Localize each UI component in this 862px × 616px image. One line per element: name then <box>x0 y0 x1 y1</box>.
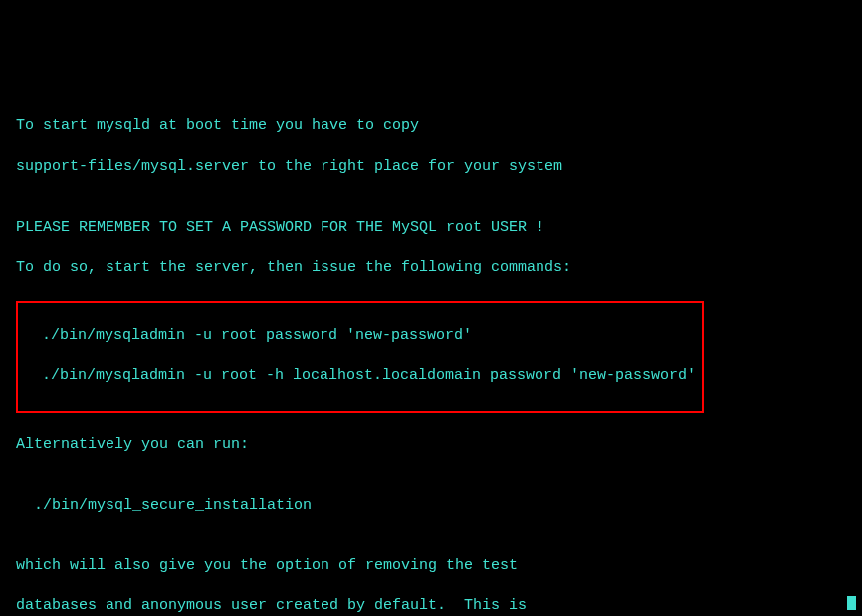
output-line: PLEASE REMEMBER TO SET A PASSWORD FOR TH… <box>16 218 846 238</box>
output-line: databases and anonymous user created by … <box>16 596 846 616</box>
highlighted-commands-box: ./bin/mysqladmin -u root password 'new-p… <box>16 301 704 413</box>
command-line: ./bin/mysqladmin -u root password 'new-p… <box>24 326 696 346</box>
terminal-output: To start mysqld at boot time you have to… <box>16 97 846 616</box>
output-line: support-files/mysql.server to the right … <box>16 157 846 177</box>
terminal-cursor <box>847 596 856 610</box>
output-line: which will also give you the option of r… <box>16 556 846 576</box>
output-line: To start mysqld at boot time you have to… <box>16 116 846 136</box>
output-line: Alternatively you can run: <box>16 435 846 455</box>
command-line: ./bin/mysqladmin -u root -h localhost.lo… <box>24 366 696 386</box>
output-line: To do so, start the server, then issue t… <box>16 258 846 278</box>
output-line: ./bin/mysql_secure_installation <box>16 496 846 515</box>
